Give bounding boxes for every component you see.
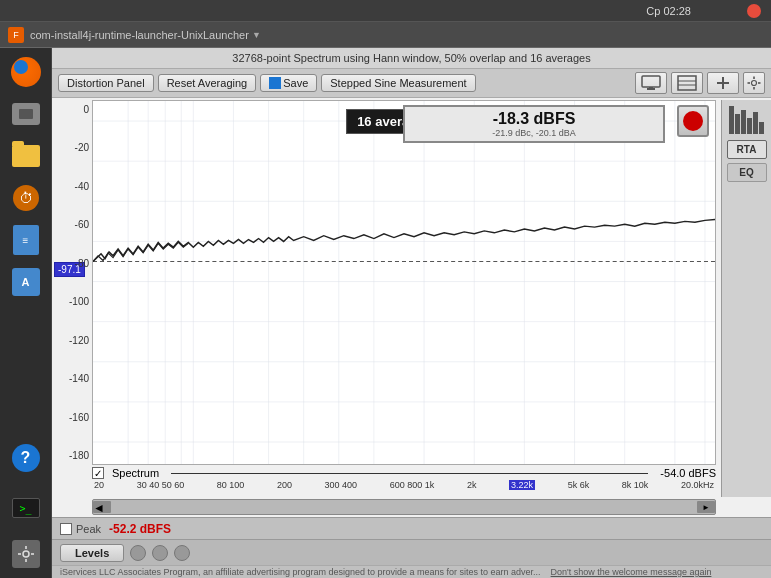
settings-icon	[12, 540, 40, 568]
y-label-160: -160	[54, 412, 92, 423]
sidebar-icon-files[interactable]	[6, 136, 46, 176]
y-label-80: -80	[54, 258, 92, 269]
monitor-lines-button[interactable]	[671, 72, 703, 94]
y-label-40: -40	[54, 181, 92, 192]
y-label-140: -140	[54, 373, 92, 384]
y-label-0: 0	[54, 104, 92, 115]
dont-show-text[interactable]: Don't show the welcome message again	[551, 567, 712, 577]
svg-point-0	[23, 551, 29, 557]
sidebar-icon-clock[interactable]: ⏱	[6, 178, 46, 218]
sidebar-icon-text[interactable]: A	[6, 262, 46, 302]
x-label-2k: 2k	[467, 480, 477, 490]
record-circle	[683, 111, 703, 131]
app-icon: F	[8, 27, 24, 43]
x-label-20: 20	[94, 480, 104, 490]
peak-label: Peak	[76, 523, 101, 535]
gear-button[interactable]	[743, 72, 765, 94]
close-button[interactable]	[747, 4, 761, 18]
bar-4	[747, 118, 752, 134]
x-label-8k-10k: 8k 10k	[622, 480, 649, 490]
svg-rect-16	[748, 82, 751, 84]
bars-visualization	[727, 104, 767, 136]
toolbar: Distortion Panel Reset Averaging Save St…	[52, 69, 771, 98]
eq-tab[interactable]: EQ	[727, 163, 767, 182]
x-label-300-400: 300 400	[325, 480, 358, 490]
sidebar-icon-document[interactable]: ≡	[6, 220, 46, 260]
plus-icon-button[interactable]	[707, 72, 739, 94]
bar-6	[759, 122, 764, 134]
peak-area: Peak	[60, 523, 101, 535]
scroll-thumb-left[interactable]: ◄	[93, 501, 111, 513]
folder-icon	[12, 145, 40, 167]
title-dropdown-arrow[interactable]: ▼	[252, 30, 261, 40]
x-label-30-60: 30 40 50 60	[137, 480, 185, 490]
firefox-icon	[11, 57, 41, 87]
sidebar-icon-settings[interactable]	[6, 534, 46, 574]
title-bar: F com-install4j-runtime-launcher-UnixLau…	[0, 22, 771, 48]
clock-icon: ⏱	[13, 185, 39, 211]
chart-inner[interactable]: 16 averages -18.3 dBFS -21.9 dBc, -20.1 …	[92, 100, 716, 465]
reset-averaging-button[interactable]: Reset Averaging	[158, 74, 257, 92]
svg-rect-4	[31, 553, 34, 555]
bar-5	[753, 112, 758, 134]
peak-value: -52.2 dBFS	[109, 522, 171, 536]
dbfs-box: -18.3 dBFS -21.9 dBc, -20.1 dBA	[403, 105, 665, 143]
question-icon: ?	[12, 444, 40, 472]
analyzer-header: 32768-point Spectrum using Hann window, …	[52, 48, 771, 69]
chart-area: 0 -20 -40 -60 -80 -100 -120 -140 -160 -1…	[52, 98, 771, 517]
save-icon	[269, 77, 281, 89]
y-label-20: -20	[54, 142, 92, 153]
svg-rect-3	[18, 553, 21, 555]
x-label-80-100: 80 100	[217, 480, 245, 490]
scroll-thumb-right[interactable]: ►	[697, 501, 715, 513]
main-content: 32768-point Spectrum using Hann window, …	[52, 48, 771, 578]
system-topbar: Cp 02:28	[0, 0, 771, 22]
sidebar: ⏱ ≡ A ? >_	[0, 48, 52, 578]
bottom-peak-bar: Peak -52.2 dBFS	[52, 517, 771, 539]
app-title: com-install4j-runtime-launcher-UnixLaunc…	[30, 29, 249, 41]
dot-button-3[interactable]	[174, 545, 190, 561]
scroll-bar-area[interactable]: ◄ ►	[92, 499, 716, 515]
svg-rect-2	[25, 559, 27, 562]
sidebar-icon-help[interactable]: ?	[6, 438, 46, 478]
system-clock: Cp 02:28	[646, 5, 691, 17]
terminal-icon: >_	[12, 498, 40, 518]
bar-3	[741, 110, 746, 134]
x-label-600-1k: 600 800 1k	[390, 480, 435, 490]
spectrum-bar: ✓ Spectrum -54.0 dBFS	[92, 467, 716, 479]
levels-area: Levels	[52, 539, 771, 565]
dot-button-2[interactable]	[152, 545, 168, 561]
monitor-icon-button[interactable]	[635, 72, 667, 94]
status-bar: iServices LLC Associates Program, an aff…	[52, 565, 771, 578]
spectrum-svg	[93, 101, 715, 464]
bar-1	[729, 106, 734, 134]
sidebar-icon-firefox[interactable]	[6, 52, 46, 92]
document-icon: ≡	[13, 225, 39, 255]
svg-rect-5	[642, 76, 660, 87]
record-button[interactable]	[677, 105, 709, 137]
analyzer-title: 32768-point Spectrum using Hann window, …	[232, 52, 590, 64]
stepped-sine-button[interactable]: Stepped Sine Measurement	[321, 74, 475, 92]
save-button[interactable]: Save	[260, 74, 317, 92]
status-text: iServices LLC Associates Program, an aff…	[60, 567, 541, 577]
y-axis: 0 -20 -40 -60 -80 -100 -120 -140 -160 -1…	[54, 100, 92, 465]
levels-button[interactable]: Levels	[60, 544, 124, 562]
svg-rect-8	[678, 76, 696, 90]
scroll-track: ◄ ►	[92, 499, 716, 515]
peak-checkbox[interactable]	[60, 523, 72, 535]
sidebar-icon-terminal[interactable]: >_	[6, 488, 46, 528]
y-label-120: -120	[54, 335, 92, 346]
toolbar-right	[635, 72, 765, 94]
svg-rect-6	[647, 88, 655, 90]
svg-rect-15	[753, 87, 755, 90]
y-label-180: -180	[54, 450, 92, 461]
svg-rect-1	[25, 546, 27, 549]
distortion-panel-button[interactable]: Distortion Panel	[58, 74, 154, 92]
rta-tab[interactable]: RTA	[727, 140, 767, 159]
dbfs-sub: -21.9 dBc, -20.1 dBA	[413, 128, 655, 138]
dot-button-1[interactable]	[130, 545, 146, 561]
text-icon: A	[12, 268, 40, 296]
dbfs-line-value: -54.0 dBFS	[660, 467, 716, 479]
sidebar-icon-camera[interactable]	[6, 94, 46, 134]
spectrum-checkbox[interactable]: ✓	[92, 467, 104, 479]
